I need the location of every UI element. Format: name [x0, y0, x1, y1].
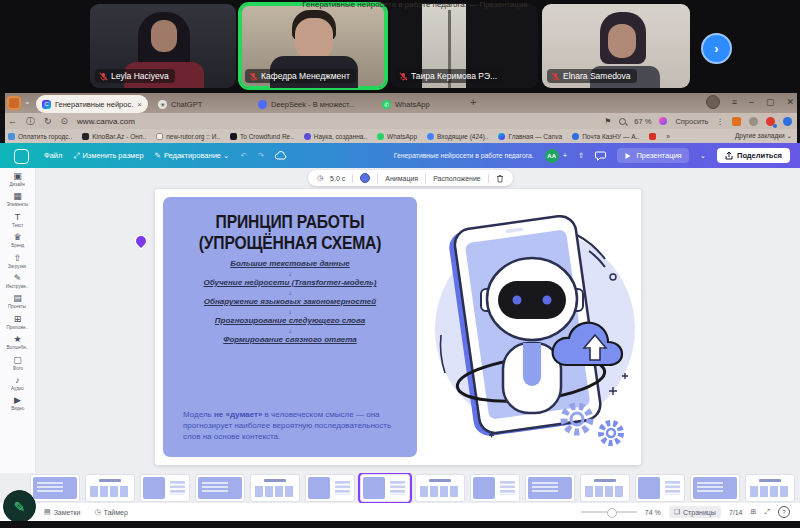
step-item[interactable]: Прогнозирование следующего слова	[163, 316, 417, 326]
share-button[interactable]: Поделиться	[717, 148, 790, 163]
step-item[interactable]: Большие текстовые данные	[163, 259, 417, 269]
sidebar-item-photos[interactable]: ▢Фото	[11, 355, 25, 371]
redo-icon[interactable]: ↷	[258, 151, 264, 160]
bookmark-item[interactable]	[649, 133, 656, 140]
add-collaborator-button[interactable]: +	[563, 151, 567, 160]
sidebar-item-magic[interactable]: ★Волшебн..	[3, 334, 32, 350]
slide-thumbnail-8[interactable]	[415, 474, 465, 502]
sidebar-item-audio[interactable]: ♪Аудио	[9, 375, 26, 391]
chevron-down-icon[interactable]: ⌄	[24, 97, 31, 106]
pages-button[interactable]: ❏Страницы	[669, 506, 721, 518]
tab-close-icon[interactable]: ×	[137, 100, 142, 109]
slide-canvas[interactable]: ПРИНЦИП РАБОТЫ (УПРОЩЁННАЯ СХЕМА) Больши…	[155, 189, 641, 465]
file-menu[interactable]: Файл	[44, 151, 62, 160]
participant-tile-1[interactable]: Leyla Haciyeva	[90, 4, 236, 88]
bookmark-item[interactable]: Наука, созданна..	[304, 133, 367, 140]
extension-icon-puzzle[interactable]	[749, 117, 758, 126]
zoom-slider-knob[interactable]	[607, 508, 617, 518]
background-color-swatch[interactable]	[360, 173, 370, 183]
step-item[interactable]: Обнаружение языковых закономерностей	[163, 297, 417, 307]
participant-tile-4[interactable]: Elnara Samedova	[542, 4, 690, 88]
notes-button[interactable]: ▤Заметки	[44, 508, 80, 516]
bookmarks-overflow-icon[interactable]: »	[666, 133, 670, 140]
bookmark-icon[interactable]: ⚑	[605, 117, 612, 126]
slide-thumbnail-5[interactable]	[250, 474, 300, 502]
sidebar-item-brand[interactable]: ♛Бренд	[9, 232, 26, 248]
tab-deepseek[interactable]: DeepSeek - В множест...	[258, 95, 355, 113]
sidebar-item-elements[interactable]: ▦Элементы	[3, 191, 32, 207]
other-bookmarks-button[interactable]: Другие закладки ⌄	[735, 132, 792, 140]
present-options-chevron[interactable]: ⌄	[700, 151, 706, 160]
bookmark-item[interactable]: Почта КазНУ — А..	[572, 133, 639, 140]
bookmark-item[interactable]: Оплатить городс..	[8, 133, 72, 140]
grid-view-icon[interactable]: ⊞	[751, 508, 757, 516]
slide-steps-list[interactable]: Большие текстовые данные ↓ Обучение нейр…	[163, 259, 417, 345]
reload-icon[interactable]: ↻	[44, 116, 52, 126]
annotate-pencil-button[interactable]: ✎	[3, 490, 36, 523]
slide-duration[interactable]: 5.0 с	[330, 175, 345, 182]
slide-thumbnail-6[interactable]	[305, 474, 355, 502]
resize-button[interactable]: Изменить размер	[82, 151, 143, 160]
browser-workspace-icon[interactable]	[7, 96, 21, 110]
tab-whatsapp[interactable]: ✆ WhatsApp	[382, 95, 430, 113]
sidebar-item-uploads[interactable]: ⇧Загрузки	[5, 253, 29, 269]
slide-thumbnail-3[interactable]	[140, 474, 190, 502]
browser-zoom-level[interactable]: 67 %	[634, 117, 651, 126]
bookmark-item[interactable]: Входящие (424)..	[427, 133, 488, 140]
more-icon[interactable]: ⋮	[717, 117, 725, 126]
slide-title[interactable]: ПРИНЦИП РАБОТЫ (УПРОЩЁННАЯ СХЕМА)	[169, 211, 410, 254]
canvas-zoom-level[interactable]: 74 %	[645, 509, 661, 516]
new-tab-button[interactable]: +	[470, 96, 476, 108]
position-button[interactable]: Расположение	[433, 175, 481, 182]
slide-thumbnail-12[interactable]	[635, 474, 685, 502]
canva-home-icon[interactable]	[14, 149, 29, 164]
maximize-button[interactable]: ▢	[766, 97, 775, 107]
upload-icon[interactable]: ⇧	[578, 151, 584, 160]
step-item[interactable]: Обучение нейросети (Transformer-модель)	[163, 278, 417, 288]
extension-icon-blue[interactable]	[783, 117, 792, 126]
slide-thumbnail-9[interactable]	[470, 474, 520, 502]
bookmark-item[interactable]: WhatsApp	[377, 133, 417, 140]
bookmark-item[interactable]: new-rutor.org :: И..	[156, 133, 220, 140]
user-avatar[interactable]: AA	[545, 149, 559, 163]
timer-button[interactable]: ◷Таймер	[94, 508, 127, 516]
slide-thumbnail-11[interactable]	[580, 474, 630, 502]
slide-thumbnail-2[interactable]	[85, 474, 135, 502]
next-participants-button[interactable]: ›	[701, 33, 732, 64]
fullscreen-icon[interactable]: ⤢	[764, 508, 770, 516]
bookmark-item[interactable]: To Crowdfund Re..	[230, 133, 294, 140]
slide-thumbnail-4[interactable]	[195, 474, 245, 502]
slide-text-panel[interactable]: ПРИНЦИП РАБОТЫ (УПРОЩЁННАЯ СХЕМА) Больши…	[163, 197, 417, 457]
close-button[interactable]: ✕	[786, 97, 794, 107]
step-item[interactable]: Формирование связного ответа	[163, 335, 417, 345]
sidebar-item-draw-tools[interactable]: ✎Инструме..	[2, 273, 32, 289]
sidebar-item-projects[interactable]: ▤Проекты	[5, 293, 29, 309]
extension-icon-adblock[interactable]	[766, 117, 775, 126]
undo-icon[interactable]: ↶	[240, 151, 246, 160]
tab-chatgpt[interactable]: ✳ ChatGPT	[158, 95, 202, 113]
slide-thumbnail-1[interactable]	[30, 474, 80, 502]
slide-thumbnail-13[interactable]	[690, 474, 740, 502]
slide-note-paragraph[interactable]: Модель не «думает» в человеческом смысле…	[183, 409, 399, 442]
sidebar-item-apps[interactable]: ⊞Приложе..	[3, 314, 32, 330]
url-text[interactable]: www.canva.com	[77, 117, 135, 126]
help-button[interactable]: ?	[778, 506, 790, 518]
sidebar-item-video[interactable]: ▶Видео	[9, 395, 27, 411]
document-title[interactable]: Генеративные нейросети в работе педагога…	[394, 152, 534, 159]
sidebar-item-design[interactable]: ▣Дизайн	[7, 171, 27, 187]
trash-icon[interactable]	[496, 174, 504, 183]
slide-thumbnail-14[interactable]	[745, 474, 795, 502]
slide-thumbnail-7[interactable]	[360, 474, 410, 502]
animate-button[interactable]: Анимация	[385, 175, 418, 182]
edit-mode-dropdown[interactable]: Редактирование ⌄	[164, 151, 230, 160]
sidebar-item-text[interactable]: ТТекст	[10, 212, 25, 228]
minimize-button[interactable]: –	[749, 97, 754, 107]
browser-menu-icon[interactable]: ≡	[732, 97, 737, 107]
zoom-slider[interactable]	[581, 511, 637, 513]
comment-icon[interactable]	[595, 151, 606, 161]
tab-canva-active[interactable]: C Генеративные нейрос... ×	[36, 95, 148, 113]
back-icon[interactable]: ←	[8, 116, 17, 126]
extension-icon-orange[interactable]	[732, 117, 741, 126]
zoom-lens-icon[interactable]	[619, 118, 626, 125]
bookmark-item[interactable]: KinoBar.Az - Онл..	[82, 133, 146, 140]
